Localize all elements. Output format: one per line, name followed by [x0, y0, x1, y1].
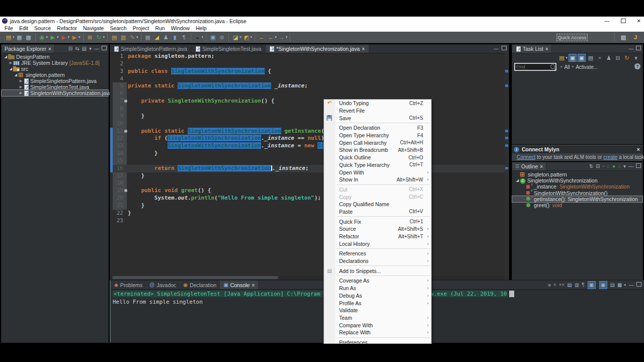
- sort-icon[interactable]: ⇅: [589, 162, 593, 170]
- dropdown-caret-icon[interactable]: ▾: [286, 35, 288, 39]
- menu-item-show-in-breadcrumb[interactable]: Show in BreadcrumbAlt+Shift+B: [324, 146, 431, 154]
- code-line-5[interactable]: 5private static SingletonWithSynchroniza…: [110, 82, 505, 90]
- view-menu-icon[interactable]: ▾: [623, 162, 626, 170]
- menu-item-open-with[interactable]: Open With›: [324, 168, 431, 176]
- code-line-10[interactable]: 10: [110, 120, 505, 128]
- tree-item-jre-system-library[interactable]: ▶JRE System Library[JavaSE-1.8]: [2, 60, 108, 66]
- external-tools-icon[interactable]: ⊘: [218, 33, 226, 41]
- close-icon[interactable]: ✕: [637, 18, 641, 24]
- code-line-6[interactable]: 6: [110, 90, 505, 98]
- menu-item-quick-fix[interactable]: Quick FixCtrl+1: [324, 218, 431, 225]
- help-icon[interactable]: ?: [634, 63, 640, 69]
- dropdown-caret-icon[interactable]: ▾: [46, 35, 48, 39]
- code-editor[interactable]: 1package singleton.pattern;23public clas…: [110, 53, 505, 276]
- create-link[interactable]: create: [603, 154, 617, 160]
- close-icon[interactable]: ×: [637, 146, 640, 152]
- menu-item-quick-type-hierarchy[interactable]: Quick Type HierarchyCtrl+T: [324, 161, 431, 169]
- code-line-17[interactable]: 17}: [110, 172, 505, 180]
- tab-outline[interactable]: ☰ Outline ×: [512, 162, 546, 170]
- view-menu-icon[interactable]: ▾: [89, 45, 92, 53]
- code-line-23[interactable]: 23: [110, 217, 505, 225]
- focus-on-workweek-icon[interactable]: ▤: [587, 54, 595, 62]
- hide-static-icon[interactable]: ◌: [607, 162, 610, 170]
- menu-item-open-call-hierarchy[interactable]: Open Call HierarchyCtrl+Alt+H: [324, 139, 431, 146]
- edit-icon[interactable]: ✎: [128, 33, 136, 41]
- remove-all-terminated-icon[interactable]: ××: [559, 281, 565, 289]
- maximize-icon[interactable]: [636, 162, 641, 170]
- breakpoints-icon[interactable]: ▦: [144, 33, 152, 41]
- code-line-1[interactable]: 1package singleton.pattern;: [110, 53, 505, 60]
- open-perspective-icon[interactable]: ▨: [619, 33, 627, 41]
- code-line-7[interactable]: 7private SingletonWithSynchronization() …: [110, 98, 505, 105]
- menubar-item-edit[interactable]: Edit: [16, 25, 31, 32]
- remove-launch-icon[interactable]: ×: [553, 281, 556, 289]
- focus-icon[interactable]: ▤: [82, 45, 87, 53]
- dropdown-caret-icon[interactable]: ▾: [275, 35, 277, 39]
- refresh-icon[interactable]: ↻: [95, 33, 103, 41]
- tab-javadoc[interactable]: @Javadoc: [146, 281, 180, 289]
- occurrence-marker[interactable]: [505, 70, 508, 72]
- import-icon[interactable]: ▥: [119, 33, 127, 41]
- minimize-icon[interactable]: —: [629, 281, 634, 289]
- close-icon[interactable]: ×: [545, 46, 548, 52]
- collapse-all-icon[interactable]: ⊟: [614, 54, 622, 62]
- collapse-all-icon[interactable]: ⊟: [68, 45, 72, 53]
- menubar-item-source[interactable]: Source: [31, 25, 54, 32]
- group-by-icon[interactable]: ♟: [605, 54, 613, 62]
- formatting-icon[interactable]: ¶: [180, 33, 188, 41]
- dropdown-caret-icon[interactable]: ▾: [136, 35, 138, 39]
- outline-item-singleton-pattern[interactable]: singleton.pattern: [512, 171, 642, 177]
- code-line-20[interactable]: 20System.out.println("Hello From simple …: [110, 195, 505, 202]
- dropdown-caret-icon[interactable]: ▾: [68, 35, 70, 39]
- word-wrap-icon[interactable]: ¶: [582, 281, 584, 289]
- restore-icon[interactable]: [621, 19, 626, 23]
- tree-item-designpattern[interactable]: ◢DesignPattern: [2, 54, 108, 60]
- clear-console-icon[interactable]: ▤: [567, 281, 572, 289]
- menu-item-paste[interactable]: PasteCtrl+V: [324, 208, 431, 216]
- menu-item-compare-with[interactable]: Compare With›: [324, 321, 431, 329]
- dropdown-caret-icon[interactable]: ▾: [57, 35, 59, 39]
- scrollbar-thumb[interactable]: [112, 276, 278, 279]
- menu-item-add-to-snippets[interactable]: ▤Add to Snippets...: [324, 267, 431, 275]
- pin-console-icon[interactable]: ▤: [610, 281, 615, 289]
- maximize-icon[interactable]: [636, 45, 641, 53]
- save-icon[interactable]: ▦: [16, 33, 24, 41]
- coverage-icon[interactable]: ▶: [60, 33, 68, 41]
- menubar-item-help[interactable]: Help: [193, 25, 210, 32]
- dropdown-caret-icon[interactable]: ▾: [624, 283, 626, 287]
- new-junit-icon[interactable]: ⊞: [86, 33, 94, 41]
- menu-item-coverage-as[interactable]: Coverage As›: [324, 277, 431, 285]
- outline-item-greet[interactable]: greet() : void: [512, 202, 642, 208]
- menu-item-open-type-hierarchy[interactable]: Open Type HierarchyF4: [324, 132, 431, 139]
- code-line-9[interactable]: 9}: [110, 113, 505, 120]
- code-line-13[interactable]: 13SingletonWithSynchronization._instance…: [110, 142, 505, 150]
- code-line-15[interactable]: 15: [110, 157, 505, 165]
- dropdown-caret-icon[interactable]: ▾: [239, 35, 242, 39]
- code-line-18[interactable]: 18: [110, 179, 505, 187]
- minimize-icon[interactable]: —: [494, 45, 499, 53]
- dropdown-caret-icon[interactable]: ▾: [202, 35, 204, 39]
- hide-local-types-icon[interactable]: ◌: [618, 162, 621, 170]
- dropdown-caret-icon[interactable]: ▾: [103, 35, 105, 39]
- show-on-stderr-icon[interactable]: ▣: [599, 281, 607, 289]
- plugin-icon[interactable]: ▮: [171, 33, 179, 41]
- code-line-16[interactable]: 16return SingletonWithSynchronization._i…: [110, 165, 505, 172]
- menu-item-validate[interactable]: Validate: [324, 307, 431, 314]
- menu-item-profile-as[interactable]: Profile As›: [324, 299, 431, 307]
- expand-arrow-icon[interactable]: ▶: [9, 61, 13, 65]
- menubar-item-search[interactable]: Search: [107, 25, 129, 32]
- collapse-arrow-icon[interactable]: ◢: [14, 73, 18, 77]
- menu-item-undo-typing[interactable]: ↶Undo TypingCtrl+Z: [324, 100, 431, 107]
- new-java-class-icon[interactable]: ◪: [231, 33, 239, 41]
- new-window-icon[interactable]: ▣: [209, 33, 217, 41]
- dropdown-caret-icon[interactable]: ▾: [13, 35, 15, 39]
- overview-ruler[interactable]: [505, 53, 509, 276]
- editor-tab-simplesingletontest-java[interactable]: SimpleSingletonTest.java: [192, 45, 266, 53]
- code-line-21[interactable]: 21}: [110, 202, 505, 210]
- connect-link[interactable]: Connect: [517, 154, 535, 160]
- editor-tab-singletonwithsynchronization-java[interactable]: *SingletonWithSynchronization.java×: [266, 45, 369, 53]
- synchronize-icon[interactable]: ↻: [623, 54, 631, 62]
- menu-item-open-declaration[interactable]: Open DeclarationF3: [324, 124, 431, 132]
- dropdown-caret-icon[interactable]: ▾: [251, 35, 253, 39]
- code-line-12[interactable]: 12if (SingletonWithSynchronization._inst…: [110, 135, 505, 142]
